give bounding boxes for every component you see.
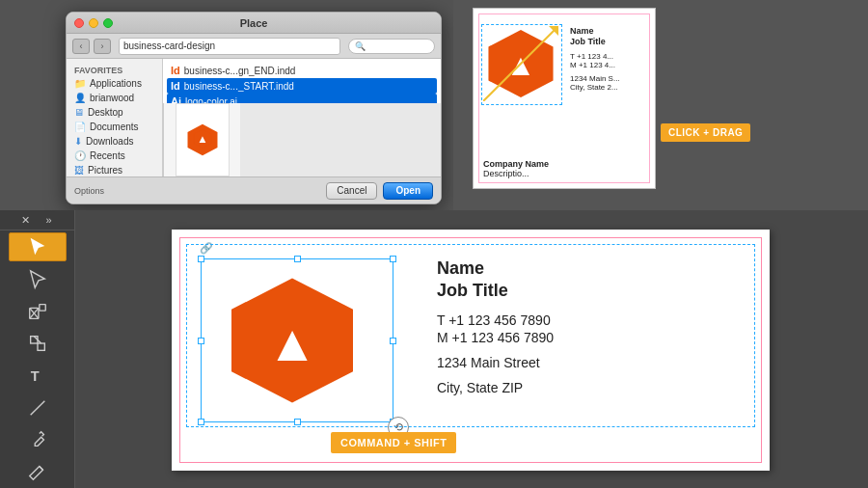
sidebar-item-recents[interactable]: 🕐 Recents	[67, 149, 162, 163]
file-item-start-indd[interactable]: Id business-c..._START.indd	[167, 78, 437, 94]
file-item-end-indd[interactable]: Id business-c...gn_END.indd	[167, 63, 437, 78]
top-canvas-area: ▲ Name Job Title T +1 123 4... M +1 123 …	[453, 0, 868, 210]
top-phone-t: T +1 123 4...	[570, 52, 620, 61]
svg-rect-10	[39, 305, 44, 311]
pencil-tool-icon	[27, 461, 48, 482]
dialog-body: Favorites 📁 Applications 👤 brianwood 🖥 D…	[67, 59, 441, 176]
options-label: Options	[74, 186, 104, 196]
pen-tool[interactable]	[9, 425, 67, 453]
top-phone-m: M +1 123 4...	[570, 61, 620, 69]
file-name: business-c..._START.indd	[184, 81, 294, 92]
command-shift-text: COMMAND + SHIFT	[340, 437, 447, 448]
toolbar-top-row: ✕ »	[0, 210, 74, 230]
transform-tool[interactable]	[9, 330, 67, 358]
sidebar-item-applications[interactable]: 📁 Applications	[67, 76, 162, 91]
direct-selection-icon	[27, 269, 48, 290]
svg-text:▲: ▲	[197, 133, 207, 145]
top-jobtitle-text: Job Title	[570, 37, 620, 46]
direct-selection-tool[interactable]	[9, 265, 67, 293]
cancel-button[interactable]: Cancel	[326, 182, 377, 200]
preview-logo-svg: ▲	[185, 122, 220, 157]
favorites-label: Favorites	[67, 63, 162, 76]
sidebar-item-label: Pictures	[88, 165, 122, 176]
open-button[interactable]: Open	[383, 182, 433, 200]
document-page: ⟲ 🔗 ▲ Name Job	[172, 230, 770, 471]
dialog-nav: ‹ › business-card-design 🔍	[67, 34, 441, 59]
top-logo-container: ▲	[483, 26, 560, 103]
click-drag-tooltip: CLICK + DRAG	[661, 123, 750, 142]
dialog-main: Id business-c...gn_END.indd Id business-…	[163, 59, 441, 176]
minimize-button[interactable]	[89, 18, 98, 28]
breadcrumb: business-card-design	[119, 38, 340, 55]
preview-area: ▲	[163, 103, 240, 176]
card-dashed-selection	[186, 244, 755, 427]
file-dialog: Place ‹ › business-card-design 🔍 Favorit…	[66, 12, 442, 204]
sidebar-item-pictures[interactable]: 🖼 Pictures	[67, 163, 162, 176]
type-tool[interactable]: T	[9, 362, 67, 390]
selection-tool[interactable]	[9, 232, 67, 261]
file-item-logo-color[interactable]: Ai logo-color.ai	[167, 94, 437, 103]
main-canvas: ⟲ 🔗 ▲ Name Job	[75, 210, 868, 488]
type-tool-icon: T	[27, 365, 48, 386]
top-name-text: Name	[570, 26, 620, 36]
close-panel-icon[interactable]: ✕	[19, 213, 33, 227]
sidebar-item-label: Recents	[90, 150, 125, 161]
click-drag-text: CLICK + DRAG	[668, 127, 743, 138]
svg-line-15	[30, 400, 44, 415]
pen-tool-icon	[27, 429, 48, 450]
sidebar-item-documents[interactable]: 📄 Documents	[67, 120, 162, 134]
sidebar-item-desktop[interactable]: 🖥 Desktop	[67, 105, 162, 120]
svg-line-5	[483, 26, 558, 101]
top-company-name: Company Name	[483, 159, 549, 169]
left-toolbar: ✕ » T	[0, 210, 75, 488]
preview-card: ▲	[176, 103, 230, 176]
transform-tool-icon	[27, 333, 48, 354]
file-name: logo-color.ai	[185, 96, 237, 104]
sidebar-item-label: Documents	[90, 122, 139, 132]
sidebar-item-downloads[interactable]: ⬇ Downloads	[67, 134, 162, 149]
dialog-footer: Options Cancel Open	[67, 176, 441, 203]
sidebar-item-label: Desktop	[88, 107, 123, 118]
file-name: business-c...gn_END.indd	[184, 66, 296, 76]
window-controls	[74, 18, 113, 28]
sidebar-item-label: brianwood	[90, 93, 134, 103]
line-tool[interactable]	[9, 393, 67, 421]
dialog-sidebar: Favorites 📁 Applications 👤 brianwood 🖥 D…	[67, 59, 163, 176]
sidebar-item-label: Downloads	[86, 136, 133, 147]
top-address2: City, State 2...	[570, 83, 620, 92]
footer-buttons: Cancel Open	[326, 182, 433, 200]
selection-tool-icon	[27, 236, 48, 258]
pencil-tool[interactable]	[9, 458, 67, 486]
dialog-titlebar: Place	[67, 13, 441, 34]
breadcrumb-text: business-card-design	[123, 41, 215, 51]
nav-forward-button[interactable]: ›	[94, 39, 111, 54]
search-input[interactable]: 🔍	[348, 39, 435, 54]
expand-panel-icon[interactable]: »	[42, 213, 56, 227]
close-button[interactable]	[74, 18, 84, 28]
command-shift-tooltip: COMMAND + SHIFT	[331, 432, 456, 453]
search-placeholder: 🔍	[355, 41, 366, 51]
svg-line-16	[39, 467, 42, 471]
file-list: Id business-c...gn_END.indd Id business-…	[163, 59, 441, 103]
sidebar-item-label: Applications	[90, 78, 142, 89]
diagonal-arrow	[483, 26, 558, 101]
top-description: Descriptio...	[483, 169, 529, 178]
svg-rect-11	[30, 337, 37, 343]
top-page: ▲ Name Job Title T +1 123 4... M +1 123 …	[473, 8, 656, 189]
svg-rect-12	[38, 343, 44, 350]
dialog-title: Place	[240, 17, 268, 29]
frame-tool[interactable]	[9, 297, 67, 325]
sidebar-item-brianwood[interactable]: 👤 brianwood	[67, 91, 162, 105]
frame-tool-icon	[27, 301, 48, 322]
line-tool-icon	[27, 397, 48, 419]
top-page-text: Name Job Title T +1 123 4... M +1 123 4.…	[570, 26, 620, 92]
maximize-button[interactable]	[103, 18, 113, 28]
top-address1: 1234 Main S...	[570, 74, 620, 83]
svg-text:T: T	[30, 368, 39, 384]
nav-back-button[interactable]: ‹	[72, 39, 90, 54]
